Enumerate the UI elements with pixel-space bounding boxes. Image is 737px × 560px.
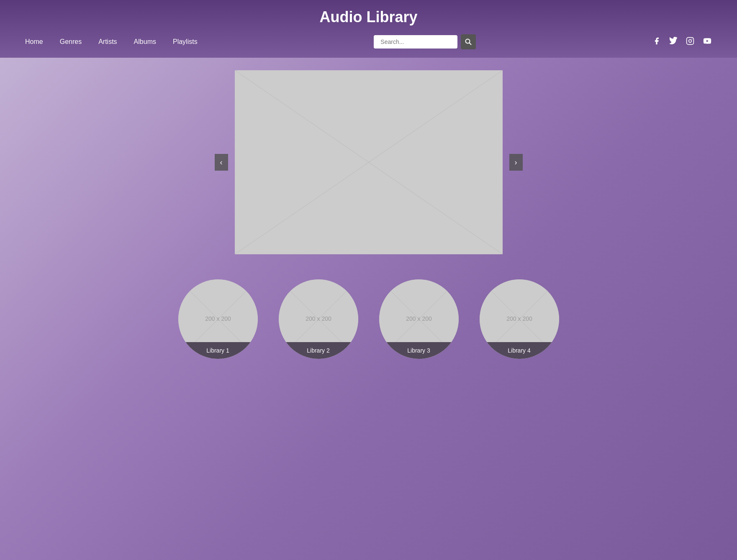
search-button[interactable] <box>461 34 476 49</box>
main-content: ‹ › 200 x 200 Library 1 200 <box>0 58 737 371</box>
svg-point-3 <box>689 39 692 42</box>
library-label-3: Library 3 <box>379 342 459 359</box>
carousel-prev-button[interactable]: ‹ <box>215 154 228 171</box>
youtube-icon[interactable] <box>703 37 712 47</box>
library-circle-1[interactable]: 200 x 200 Library 1 <box>178 279 258 359</box>
carousel: ‹ › <box>235 70 503 254</box>
library-grid: 200 x 200 Library 1 200 x 200 Library 2 <box>178 279 559 359</box>
library-circle-3[interactable]: 200 x 200 Library 3 <box>379 279 459 359</box>
list-item: 200 x 200 Library 2 <box>279 279 358 359</box>
nav-playlists[interactable]: Playlists <box>173 38 198 46</box>
twitter-icon[interactable] <box>669 37 678 47</box>
svg-text:200 x 200: 200 x 200 <box>506 315 532 322</box>
svg-rect-2 <box>687 37 694 44</box>
search-input[interactable] <box>374 35 457 49</box>
nav-albums[interactable]: Albums <box>134 38 156 46</box>
social-icons <box>652 37 712 47</box>
svg-text:200 x 200: 200 x 200 <box>406 315 432 322</box>
svg-point-4 <box>692 38 693 39</box>
svg-text:200 x 200: 200 x 200 <box>205 315 231 322</box>
list-item: 200 x 200 Library 4 <box>480 279 559 359</box>
library-circle-2[interactable]: 200 x 200 Library 2 <box>279 279 358 359</box>
carousel-image <box>235 70 503 254</box>
facebook-icon[interactable] <box>652 37 661 47</box>
svg-text:200 x 200: 200 x 200 <box>306 315 331 322</box>
svg-line-1 <box>470 43 471 45</box>
header: Audio Library Home Genres Artists Albums… <box>0 0 737 58</box>
nav-genres[interactable]: Genres <box>60 38 82 46</box>
nav-artists[interactable]: Artists <box>98 38 117 46</box>
site-title: Audio Library <box>319 8 417 26</box>
nav-links: Home Genres Artists Albums Playlists <box>25 38 198 46</box>
carousel-next-button[interactable]: › <box>509 154 523 171</box>
nav-bar: Home Genres Artists Albums Playlists <box>25 34 712 58</box>
instagram-icon[interactable] <box>686 37 694 47</box>
library-circle-4[interactable]: 200 x 200 Library 4 <box>480 279 559 359</box>
search-area <box>374 34 476 49</box>
library-label-1: Library 1 <box>178 342 258 359</box>
nav-home[interactable]: Home <box>25 38 43 46</box>
list-item: 200 x 200 Library 3 <box>379 279 459 359</box>
list-item: 200 x 200 Library 1 <box>178 279 258 359</box>
library-label-4: Library 4 <box>480 342 559 359</box>
library-label-2: Library 2 <box>279 342 358 359</box>
